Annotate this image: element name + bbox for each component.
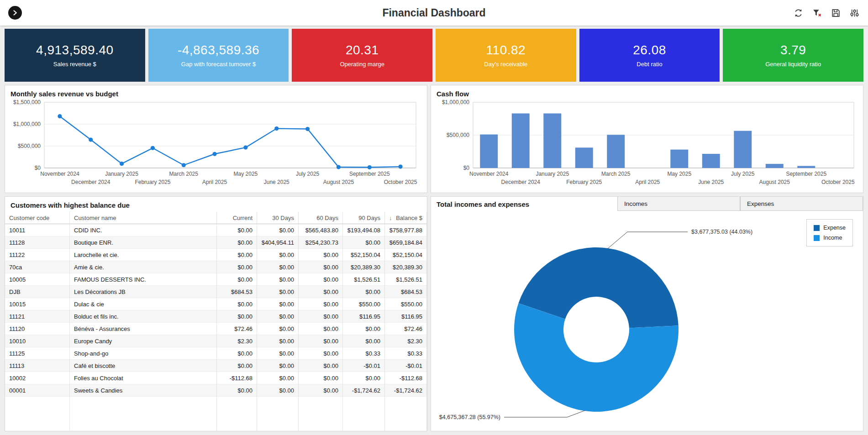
customers-table-panel: Customers with highest balance due Custo… bbox=[5, 196, 427, 431]
customer-code-cell: 11120 bbox=[5, 323, 70, 335]
amount-cell: $0.00 bbox=[299, 384, 343, 397]
amount-cell: $404,954.11 bbox=[257, 236, 299, 249]
kpi-label: Operating marge bbox=[340, 61, 384, 68]
kpi-value: -4,863,589.36 bbox=[178, 43, 259, 58]
panel-title-cashflow: Cash flow bbox=[431, 85, 863, 99]
amount-cell: $0.00 bbox=[257, 249, 299, 261]
kpi-label: General liquidity ratio bbox=[765, 61, 821, 68]
amount-cell: $116.95 bbox=[343, 310, 385, 323]
save-layout-button[interactable] bbox=[830, 7, 841, 18]
amount-cell: $0.33 bbox=[343, 347, 385, 360]
amount-cell: $0.00 bbox=[257, 347, 299, 360]
amount-cell: $2.30 bbox=[385, 335, 427, 347]
legend-item-income[interactable]: Income bbox=[814, 235, 846, 241]
kpi-card-operating-marge: 20.31 Operating marge bbox=[292, 29, 432, 82]
customer-code-cell: 11122 bbox=[5, 249, 70, 261]
amount-cell: $0.00 bbox=[343, 236, 385, 249]
panel-title-incomes-expenses: Total incomes and expenses bbox=[431, 197, 617, 211]
customer-name-cell: Larochelle et cie. bbox=[70, 249, 217, 261]
tab-incomes[interactable]: Incomes bbox=[617, 197, 740, 211]
column-header-balance-[interactable]: ↓Balance $ bbox=[385, 212, 427, 224]
amount-cell: $0.00 bbox=[343, 335, 385, 347]
panel-title-customers: Customers with highest balance due bbox=[5, 197, 427, 210]
amount-cell: $0.00 bbox=[217, 236, 257, 249]
amount-cell: $0.00 bbox=[217, 249, 257, 261]
customer-name-cell: Europe Candy bbox=[70, 335, 217, 347]
svg-text:$0: $0 bbox=[35, 165, 41, 171]
customer-name-cell: Sweets & Candies bbox=[70, 384, 217, 397]
amount-cell: -$1,724.62 bbox=[385, 384, 427, 397]
amount-cell: $684.53 bbox=[217, 286, 257, 298]
customer-name-cell: Amie & cie. bbox=[70, 261, 217, 273]
kpi-value: 110.82 bbox=[486, 43, 526, 58]
svg-text:$1,500,000: $1,500,000 bbox=[13, 99, 41, 105]
column-header-60-days[interactable]: 60 Days bbox=[299, 212, 343, 224]
amount-cell: $0.00 bbox=[257, 310, 299, 323]
expense-swatch-icon bbox=[814, 225, 820, 231]
svg-text:March 2025: March 2025 bbox=[169, 171, 199, 177]
amount-cell: $193,494.08 bbox=[343, 224, 385, 236]
svg-text:August 2025: August 2025 bbox=[323, 179, 354, 185]
svg-text:September 2025: September 2025 bbox=[786, 171, 826, 177]
donut-chart-area: $3,677,375.03 (44.03%)$4,675,367.28 (55.… bbox=[431, 211, 863, 431]
clear-filter-button[interactable] bbox=[811, 7, 822, 18]
header-toolbar bbox=[793, 7, 860, 18]
svg-text:December 2024: December 2024 bbox=[71, 179, 110, 185]
column-header-current[interactable]: Current bbox=[217, 212, 257, 224]
svg-text:July 2025: July 2025 bbox=[731, 171, 755, 177]
customer-code-cell: 11128 bbox=[5, 236, 70, 249]
amount-cell: $72.46 bbox=[385, 323, 427, 335]
donut-callout-label: $3,677,375.03 (44.03%) bbox=[691, 229, 752, 235]
column-header-label: Balance $ bbox=[396, 215, 422, 221]
settings-button[interactable] bbox=[849, 7, 860, 18]
amount-cell: $0.00 bbox=[217, 347, 257, 360]
customer-name-cell: Bolduc et fils inc. bbox=[70, 310, 217, 323]
amount-cell: -$112.68 bbox=[385, 372, 427, 384]
amount-cell: $0.00 bbox=[299, 360, 343, 372]
incomes-expenses-donut-chart: $3,677,375.03 (44.03%)$4,675,367.28 (55.… bbox=[431, 211, 862, 430]
amount-cell: $684.53 bbox=[385, 286, 427, 298]
amount-cell: $52,150.04 bbox=[385, 249, 427, 261]
column-header-30-days[interactable]: 30 Days bbox=[257, 212, 299, 224]
amount-cell: $0.00 bbox=[257, 372, 299, 384]
kpi-value: 26.08 bbox=[633, 43, 666, 58]
amount-cell: $0.00 bbox=[257, 273, 299, 286]
tab-expenses[interactable]: Expenses bbox=[740, 197, 863, 211]
amount-cell: $565,483.80 bbox=[299, 224, 343, 236]
column-header-90-days[interactable]: 90 Days bbox=[343, 212, 385, 224]
donut-callout-line bbox=[504, 410, 585, 417]
incomes-expenses-header: Total incomes and expenses Incomes Expen… bbox=[431, 197, 863, 211]
kpi-label: Day's receivable bbox=[484, 61, 527, 68]
kpi-value: 20.31 bbox=[346, 43, 379, 58]
svg-text:June 2025: June 2025 bbox=[698, 179, 724, 185]
amount-cell: $0.00 bbox=[257, 261, 299, 273]
amount-cell: $0.00 bbox=[299, 298, 343, 310]
legend-item-expense[interactable]: Expense bbox=[814, 225, 846, 231]
customers-table: Customer codeCustomer nameCurrent30 Days… bbox=[5, 212, 427, 430]
amount-cell: -$0.01 bbox=[343, 360, 385, 372]
svg-text:October 2025: October 2025 bbox=[384, 179, 417, 185]
svg-text:November 2024: November 2024 bbox=[469, 171, 509, 177]
amount-cell: $550.00 bbox=[385, 298, 427, 310]
expand-sidebar-button[interactable] bbox=[8, 6, 22, 20]
customer-name-cell: Café et biscotte bbox=[70, 360, 217, 372]
svg-text:$1,000,000: $1,000,000 bbox=[13, 121, 41, 127]
amount-cell: -$112.68 bbox=[217, 372, 257, 384]
settings-sliders-icon bbox=[850, 8, 859, 18]
amount-cell: $0.00 bbox=[299, 335, 343, 347]
amount-cell: $0.00 bbox=[257, 286, 299, 298]
amount-cell: $0.00 bbox=[217, 273, 257, 286]
amount-cell: $2.30 bbox=[217, 335, 257, 347]
customer-code-cell: 70ca bbox=[5, 261, 70, 273]
svg-text:June 2025: June 2025 bbox=[264, 179, 289, 185]
kpi-label: Sales revenue $ bbox=[53, 61, 96, 68]
chart-legend: Expense Income bbox=[806, 219, 853, 246]
column-header-customer-name[interactable]: Customer name bbox=[70, 212, 217, 224]
amount-cell: $0.00 bbox=[299, 347, 343, 360]
amount-cell: $0.00 bbox=[299, 261, 343, 273]
column-header-customer-code[interactable]: Customer code bbox=[5, 212, 70, 224]
svg-text:December 2024: December 2024 bbox=[501, 179, 541, 185]
save-icon bbox=[831, 8, 841, 18]
cashflow-chart-panel: Cash flow $0$500,000$1,000,000November 2… bbox=[431, 85, 863, 193]
refresh-button[interactable] bbox=[793, 7, 804, 18]
